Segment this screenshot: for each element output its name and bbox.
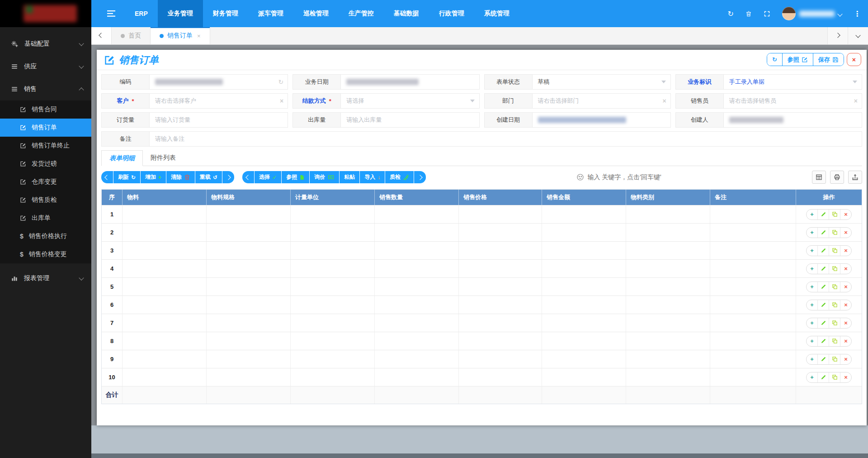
cell-计量单位[interactable] — [291, 205, 375, 223]
refresh-button[interactable]: ↻ — [767, 53, 782, 66]
edit-row-button[interactable] — [817, 300, 829, 310]
cell-物料[interactable] — [123, 224, 207, 241]
cell-物料规格[interactable] — [207, 260, 291, 277]
delete-row-button[interactable]: × — [840, 372, 851, 382]
edit-row-button[interactable] — [817, 318, 829, 328]
toolbar-reference-button[interactable]: 参照 — [282, 171, 309, 183]
column-header-销售数量[interactable]: 销售数量 — [375, 190, 459, 205]
cell-销售价格[interactable] — [459, 260, 542, 277]
sidebar-item-销售订单终止[interactable]: 销售订单终止 — [0, 137, 91, 155]
column-header-物料规格[interactable]: 物料规格 — [207, 190, 291, 205]
cell-销售金额[interactable] — [542, 350, 626, 368]
cell-销售数量[interactable] — [375, 332, 459, 350]
toolbar-reload-button[interactable]: 重载 ↺ — [195, 171, 222, 183]
cell-物料规格[interactable] — [207, 278, 291, 296]
field-input[interactable]: 草稿 — [533, 75, 670, 89]
sidebar-item-发货过磅[interactable]: 发货过磅 — [0, 155, 91, 173]
copy-row-button[interactable] — [829, 354, 840, 364]
edit-row-button[interactable] — [817, 264, 829, 274]
cell-销售数量[interactable] — [375, 242, 459, 259]
detail-tab-表单明细[interactable]: 表单明细 — [101, 150, 143, 166]
delete-row-button[interactable]: × — [840, 264, 851, 274]
cell-备注[interactable] — [710, 368, 796, 386]
cell-计量单位[interactable] — [291, 260, 375, 277]
reference-button[interactable]: 参照 — [782, 53, 813, 66]
cell-销售价格[interactable] — [459, 224, 542, 241]
cell-销售数量[interactable] — [375, 224, 459, 241]
cell-备注[interactable] — [710, 350, 796, 368]
cell-销售金额[interactable] — [542, 205, 626, 223]
cell-销售价格[interactable] — [459, 314, 542, 332]
cell-销售金额[interactable] — [542, 278, 626, 296]
tab-首页[interactable]: 首页 — [112, 27, 151, 44]
sidebar-item-销售价格执行[interactable]: $销售价格执行 — [0, 227, 91, 245]
cell-物料[interactable] — [123, 260, 207, 277]
cell-销售金额[interactable] — [542, 314, 626, 332]
cell-物料类别[interactable] — [626, 260, 710, 277]
copy-row-button[interactable] — [829, 318, 840, 328]
toolbar-scroll-left-button[interactable] — [242, 171, 254, 183]
sidebar-item-供应[interactable]: 供应 — [0, 55, 91, 78]
toolbar-paste-button[interactable]: 粘贴 — [340, 171, 359, 183]
cell-销售金额[interactable] — [542, 224, 626, 241]
column-header-销售价格[interactable]: 销售价格 — [459, 190, 542, 205]
cell-物料[interactable] — [123, 350, 207, 368]
edit-row-button[interactable] — [817, 228, 829, 238]
sidebar-item-销售合同[interactable]: 销售合同 — [0, 100, 91, 119]
cell-计量单位[interactable] — [291, 314, 375, 332]
field-input[interactable]: 请输入出库量 — [341, 113, 479, 127]
cell-销售数量[interactable] — [375, 368, 459, 386]
add-row-button[interactable]: + — [807, 300, 817, 310]
field-input[interactable]: ↻ — [150, 75, 288, 89]
cell-计量单位[interactable] — [291, 350, 375, 368]
add-row-button[interactable]: + — [807, 246, 817, 256]
column-header-销售金额[interactable]: 销售金额 — [542, 190, 626, 205]
copy-row-button[interactable] — [829, 300, 840, 310]
edit-row-button[interactable] — [817, 336, 829, 346]
sidebar-item-销售订单[interactable]: 销售订单 — [0, 119, 91, 137]
sidebar-item-销售价格变更[interactable]: $销售价格变更 — [0, 245, 91, 263]
cell-物料类别[interactable] — [626, 205, 710, 223]
cell-计量单位[interactable] — [291, 278, 375, 296]
cell-备注[interactable] — [710, 332, 796, 350]
cell-物料[interactable] — [123, 314, 207, 332]
toolbar-select-button[interactable]: 选择 ✓ — [255, 171, 281, 183]
cell-物料类别[interactable] — [626, 242, 710, 259]
cell-物料[interactable] — [123, 242, 207, 259]
save-button[interactable]: 保存 — [813, 53, 844, 66]
add-row-button[interactable]: + — [807, 228, 817, 238]
cell-物料类别[interactable] — [626, 314, 710, 332]
toolbar-scroll-right-button[interactable] — [222, 171, 234, 183]
sidebar-item-报表管理[interactable]: 报表管理 — [0, 267, 91, 290]
cell-物料规格[interactable] — [207, 314, 291, 332]
nav-item-ERP[interactable]: ERP — [125, 0, 158, 27]
cell-销售价格[interactable] — [459, 332, 542, 350]
cell-物料规格[interactable] — [207, 368, 291, 386]
cell-销售金额[interactable] — [542, 260, 626, 277]
cell-销售数量[interactable] — [375, 296, 459, 314]
delete-row-button[interactable]: × — [840, 210, 851, 219]
cell-销售数量[interactable] — [375, 205, 459, 223]
export-button[interactable] — [848, 171, 862, 184]
field-input[interactable]: 请右击选择客户× — [150, 94, 288, 108]
cell-物料[interactable] — [123, 296, 207, 314]
nav-item-行政管理[interactable]: 行政管理 — [429, 0, 474, 27]
cell-销售金额[interactable] — [542, 332, 626, 350]
cell-备注[interactable] — [710, 205, 796, 223]
delete-row-button[interactable]: × — [840, 300, 851, 310]
cell-物料规格[interactable] — [207, 350, 291, 368]
sidebar-item-销售质检[interactable]: 销售质检 — [0, 191, 91, 209]
tabs-back-button[interactable] — [91, 27, 112, 44]
field-input[interactable]: 请选择 — [341, 94, 479, 108]
cell-物料[interactable] — [123, 332, 207, 350]
sidebar-item-销售[interactable]: 销售 — [0, 78, 91, 100]
edit-row-button[interactable] — [817, 282, 829, 292]
sidebar-item-出库单[interactable]: 出库单 — [0, 209, 91, 227]
detail-tab-附件列表[interactable]: 附件列表 — [143, 150, 184, 166]
toolbar-inquiry-button[interactable]: 询价 — [310, 171, 339, 183]
cell-备注[interactable] — [710, 260, 796, 277]
cell-物料规格[interactable] — [207, 224, 291, 241]
sidebar-item-仓库变更[interactable]: 仓库变更 — [0, 173, 91, 191]
copy-row-button[interactable] — [829, 372, 840, 382]
trash-button[interactable] — [745, 10, 752, 17]
